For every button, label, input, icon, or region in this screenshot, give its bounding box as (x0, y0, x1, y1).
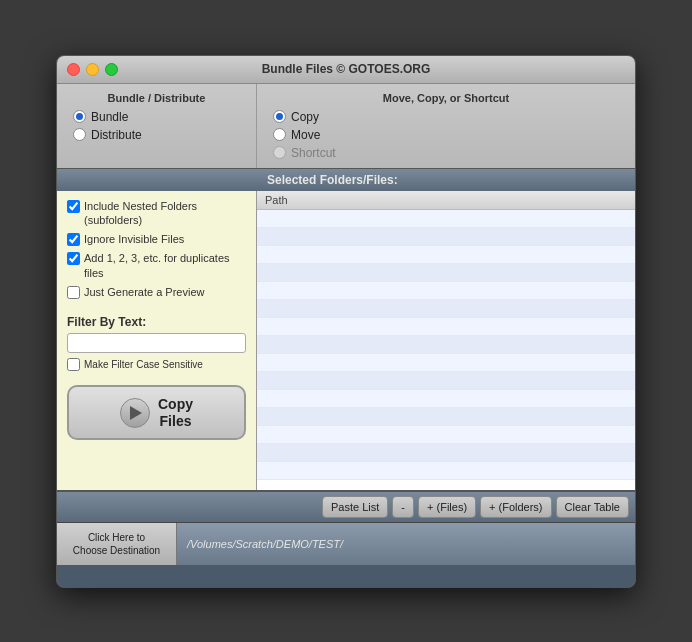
choose-destination-button[interactable]: Click Here to Choose Destination (57, 523, 177, 565)
case-sensitive-checkbox[interactable] (67, 358, 80, 371)
title-bar: Bundle Files © GOTOES.ORG (57, 56, 635, 84)
shortcut-radio (273, 146, 286, 159)
case-sensitive-option[interactable]: Make Filter Case Sensitive (67, 358, 246, 371)
bundle-panel-title: Bundle / Distribute (69, 92, 244, 104)
plus-folders-button[interactable]: + (Folders) (480, 496, 552, 518)
table-row (257, 318, 635, 336)
move-label: Move (291, 128, 320, 142)
move-option[interactable]: Move (273, 128, 623, 142)
copy-radio[interactable] (273, 110, 286, 123)
bundle-radio[interactable] (73, 110, 86, 123)
bundle-label: Bundle (91, 110, 128, 124)
copy-move-shortcut-panel: Move, Copy, or Shortcut Copy Move Shortc… (257, 84, 635, 168)
bundle-option[interactable]: Bundle (73, 110, 244, 124)
bottom-shadow (57, 565, 635, 587)
play-icon (120, 398, 150, 428)
include-nested-option[interactable]: Include Nested Folders (subfolders) (67, 199, 246, 228)
filter-input[interactable] (67, 333, 246, 353)
add-duplicates-checkbox[interactable] (67, 252, 80, 265)
shortcut-option: Shortcut (273, 146, 623, 160)
distribute-option[interactable]: Distribute (73, 128, 244, 142)
table-row (257, 444, 635, 462)
generate-preview-checkbox[interactable] (67, 286, 80, 299)
copy-panel-title: Move, Copy, or Shortcut (269, 92, 623, 104)
bottom-toolbar: Paste List - + (Files) + (Folders) Clear… (57, 491, 635, 522)
shortcut-label: Shortcut (291, 146, 336, 160)
footer-bar: Click Here to Choose Destination /Volume… (57, 522, 635, 565)
table-row (257, 426, 635, 444)
selected-header-text: Selected Folders/Files: (267, 173, 398, 187)
middle-section: Include Nested Folders (subfolders) Igno… (57, 191, 635, 491)
table-row (257, 408, 635, 426)
path-column-header: Path (265, 194, 288, 206)
main-content: Bundle / Distribute Bundle Distribute Mo… (57, 84, 635, 587)
files-table: Path (257, 191, 635, 490)
filter-section: Filter By Text: Make Filter Case Sensiti… (67, 315, 246, 371)
bundle-distribute-panel: Bundle / Distribute Bundle Distribute (57, 84, 257, 168)
table-row (257, 390, 635, 408)
table-row (257, 282, 635, 300)
clear-table-button[interactable]: Clear Table (556, 496, 629, 518)
selected-files-header-bar: Selected Folders/Files: (57, 169, 635, 191)
distribute-label: Distribute (91, 128, 142, 142)
table-row (257, 300, 635, 318)
generate-preview-label: Just Generate a Preview (84, 285, 204, 299)
table-row (257, 228, 635, 246)
plus-files-button[interactable]: + (Files) (418, 496, 476, 518)
files-panel: Path (257, 191, 635, 490)
add-duplicates-option[interactable]: Add 1, 2, 3, etc. for duplicates files (67, 251, 246, 280)
top-section: Bundle / Distribute Bundle Distribute Mo… (57, 84, 635, 169)
destination-path: /Volumes/Scratch/DEMO/TEST/ (177, 538, 635, 550)
copy-btn-label: Copy Files (158, 396, 193, 430)
move-radio[interactable] (273, 128, 286, 141)
copy-label: Copy (291, 110, 319, 124)
ignore-invisible-checkbox[interactable] (67, 233, 80, 246)
traffic-lights (67, 63, 118, 76)
add-duplicates-label: Add 1, 2, 3, etc. for duplicates files (84, 251, 246, 280)
table-row (257, 354, 635, 372)
play-triangle-icon (130, 406, 142, 420)
include-nested-checkbox[interactable] (67, 200, 80, 213)
table-row (257, 210, 635, 228)
generate-preview-option[interactable]: Just Generate a Preview (67, 285, 246, 299)
minimize-button[interactable] (86, 63, 99, 76)
window-title: Bundle Files © GOTOES.ORG (262, 62, 431, 76)
copy-files-button[interactable]: Copy Files (67, 385, 246, 440)
minus-button[interactable]: - (392, 496, 414, 518)
destination-btn-line2: Choose Destination (73, 545, 160, 556)
copy-option[interactable]: Copy (273, 110, 623, 124)
main-window: Bundle Files © GOTOES.ORG Bundle / Distr… (56, 55, 636, 588)
ignore-invisible-label: Ignore Invisible Files (84, 232, 184, 246)
options-panel: Include Nested Folders (subfolders) Igno… (57, 191, 257, 490)
paste-list-button[interactable]: Paste List (322, 496, 388, 518)
maximize-button[interactable] (105, 63, 118, 76)
ignore-invisible-option[interactable]: Ignore Invisible Files (67, 232, 246, 246)
table-body[interactable] (257, 210, 635, 490)
table-row (257, 246, 635, 264)
include-nested-label: Include Nested Folders (subfolders) (84, 199, 246, 228)
table-row (257, 462, 635, 480)
filter-label: Filter By Text: (67, 315, 246, 329)
copy-radio-group: Copy Move Shortcut (269, 110, 623, 160)
case-sensitive-label: Make Filter Case Sensitive (84, 359, 203, 370)
table-row (257, 264, 635, 282)
distribute-radio[interactable] (73, 128, 86, 141)
table-row (257, 372, 635, 390)
destination-btn-line1: Click Here to (88, 532, 145, 543)
close-button[interactable] (67, 63, 80, 76)
bundle-radio-group: Bundle Distribute (69, 110, 244, 142)
table-header: Path (257, 191, 635, 210)
table-row (257, 336, 635, 354)
